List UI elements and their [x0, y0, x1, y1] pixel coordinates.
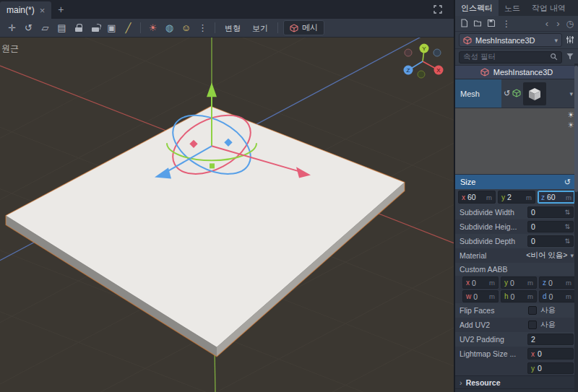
size-y-field[interactable]: y 2 m	[498, 191, 535, 204]
subdivide-width-row: Subdivide Width 0 ⇅	[455, 205, 578, 219]
edit-history-icon[interactable]: ◷	[566, 19, 574, 29]
size-z-field[interactable]: z 60 m	[538, 191, 575, 204]
property-filter-input[interactable]: 속성 필터	[459, 51, 562, 64]
sun-toggle-icon[interactable]: ☀	[144, 19, 161, 37]
mesh-preview-area[interactable]: ☀ ☀	[455, 108, 578, 175]
3d-scene[interactable]	[0, 38, 454, 392]
unlock-shape	[92, 24, 99, 32]
lightmap-y-value: 0	[538, 364, 570, 373]
lightmap-y-field[interactable]: y 0	[527, 362, 574, 374]
aabb-size-row: w 0 m h 0 m d 0 m	[455, 289, 578, 303]
aabb-d-field[interactable]: d 0 m	[539, 290, 575, 302]
preview-light-2-icon[interactable]: ☀	[567, 121, 574, 130]
spinner-icon[interactable]: ⇅	[564, 209, 570, 216]
resource-options-icon[interactable]: ⋮	[501, 19, 512, 29]
group-icon[interactable]: ▣	[103, 19, 120, 37]
lightmap-x-field[interactable]: x 0	[527, 348, 574, 360]
neg-x-axis-ball[interactable]	[405, 49, 412, 56]
add-scene-tab-button[interactable]: +	[51, 0, 70, 19]
filter-options-icon[interactable]	[566, 52, 574, 62]
neg-y-axis-ball[interactable]	[418, 71, 425, 78]
resource-section-header[interactable]: › Resource	[455, 375, 578, 388]
spinner-icon[interactable]: ⇅	[564, 223, 570, 230]
history-forward-icon[interactable]: ›	[555, 18, 561, 29]
uv2-padding-field[interactable]: 2	[527, 334, 574, 345]
mesh-instance-icon	[463, 36, 472, 45]
subdivide-height-value: 0	[531, 222, 564, 231]
history-back-icon[interactable]: ‹	[544, 18, 550, 29]
x-letter: x	[531, 350, 535, 358]
plane-mesh[interactable]	[6, 106, 405, 357]
material-dropdown[interactable]: <비어 있음> ▾	[526, 251, 574, 261]
subdivide-height-field[interactable]: 0 ⇅	[527, 221, 574, 232]
aabb-z-field[interactable]: z 0 m	[539, 276, 575, 289]
spinner-icon[interactable]: ⇅	[564, 238, 570, 245]
aabb-h-value: 0	[511, 292, 515, 301]
mesh-menu-button[interactable]: 메시	[283, 20, 324, 35]
ruler-icon[interactable]: ╱	[120, 19, 137, 37]
inspector-scrollbar[interactable]	[574, 64, 578, 392]
transform-menu-button[interactable]: 변형	[219, 19, 246, 37]
edited-object-dropdown[interactable]: MeshInstance3D ▾	[459, 33, 562, 47]
perspective-label[interactable]: 원근	[1, 43, 19, 55]
mesh-dropdown-icon[interactable]: ▾	[569, 90, 573, 97]
y-move-arrowhead[interactable]	[207, 82, 217, 97]
toolbar-separator	[215, 22, 215, 33]
tab-inspector[interactable]: 인스펙터	[455, 0, 499, 16]
mesh-property-label-cell[interactable]: Mesh	[455, 79, 501, 108]
z-letter: z	[543, 279, 546, 287]
property-pin-icon[interactable]	[566, 35, 574, 45]
orientation-gizmo[interactable]: Y X Z	[401, 41, 447, 82]
close-tab-icon[interactable]: ×	[40, 5, 46, 16]
size-x-field[interactable]: x 60 m	[458, 191, 496, 204]
list-select-tool-icon[interactable]: ▤	[53, 19, 70, 37]
save-resource-icon[interactable]	[487, 19, 496, 29]
flip-faces-checkbox[interactable]	[528, 306, 537, 315]
inspector-dock: 인스펙터 노드 작업 내역 ⋮ ‹ › ◷ MeshInstance3D ▾ 속…	[454, 0, 578, 392]
category-header[interactable]: MeshInstance3D	[455, 65, 578, 79]
aabb-x-field[interactable]: x 0 m	[462, 276, 499, 289]
mesh-instance-icon	[290, 24, 298, 32]
camera-preview-icon[interactable]: ☺	[178, 19, 194, 37]
scrollbar-thumb[interactable]	[574, 66, 578, 192]
custom-aabb-label: Custom AABB	[460, 265, 574, 274]
subdivide-height-label: Subdivide Heig...	[460, 222, 524, 231]
aabb-h-field[interactable]: h 0 m	[501, 290, 537, 302]
uv2-padding-value: 2	[531, 335, 570, 344]
revert-mesh-icon[interactable]: ↺	[504, 89, 510, 98]
mesh-preview-thumbnail[interactable]	[523, 82, 546, 105]
environment-toggle-icon[interactable]: ◍	[161, 19, 178, 37]
load-resource-icon[interactable]	[473, 19, 482, 29]
aabb-d-unit: m	[566, 292, 571, 300]
scale-tool-icon[interactable]: ▱	[37, 19, 53, 37]
revert-size-icon[interactable]: ↺	[564, 178, 571, 187]
h-letter: h	[504, 292, 509, 300]
move-tool-icon[interactable]: ✛	[4, 19, 20, 37]
rotate-tool-icon[interactable]: ↺	[20, 19, 37, 37]
lock-icon[interactable]	[70, 19, 87, 37]
new-resource-icon[interactable]	[460, 19, 468, 29]
expand-viewport-icon[interactable]	[434, 0, 442, 19]
neg-z-axis-ball[interactable]	[434, 49, 441, 56]
scene-tab-main[interactable]: main(*) ×	[0, 1, 51, 19]
aabb-y-field[interactable]: y 0 m	[501, 276, 537, 289]
skeleton-section-header[interactable]: › Skeleton	[455, 388, 578, 392]
y-letter: y	[501, 193, 505, 201]
y-plane-handle[interactable]	[210, 163, 215, 168]
subdivide-depth-field[interactable]: 0 ⇅	[527, 235, 574, 247]
aabb-w-field[interactable]: w 0 m	[462, 290, 499, 302]
tab-history[interactable]: 작업 내역	[526, 0, 571, 16]
material-label: Material	[460, 251, 522, 260]
aabb-w-value: 0	[473, 292, 478, 301]
3d-viewport[interactable]: 원근 Y X Z	[0, 38, 454, 392]
view-menu-button[interactable]: 보기	[246, 19, 274, 37]
search-icon	[550, 53, 558, 62]
unlock-icon[interactable]	[87, 19, 103, 37]
add-uv2-checkbox[interactable]	[528, 321, 537, 329]
tab-node[interactable]: 노드	[499, 0, 526, 16]
preview-light-1-icon[interactable]: ☀	[567, 110, 574, 120]
size-property-header[interactable]: Size ↺	[455, 175, 578, 189]
flip-faces-row: Flip Faces 사용	[455, 303, 578, 318]
subdivide-width-field[interactable]: 0 ⇅	[527, 206, 574, 218]
more-options-icon[interactable]: ⋮	[194, 19, 211, 37]
